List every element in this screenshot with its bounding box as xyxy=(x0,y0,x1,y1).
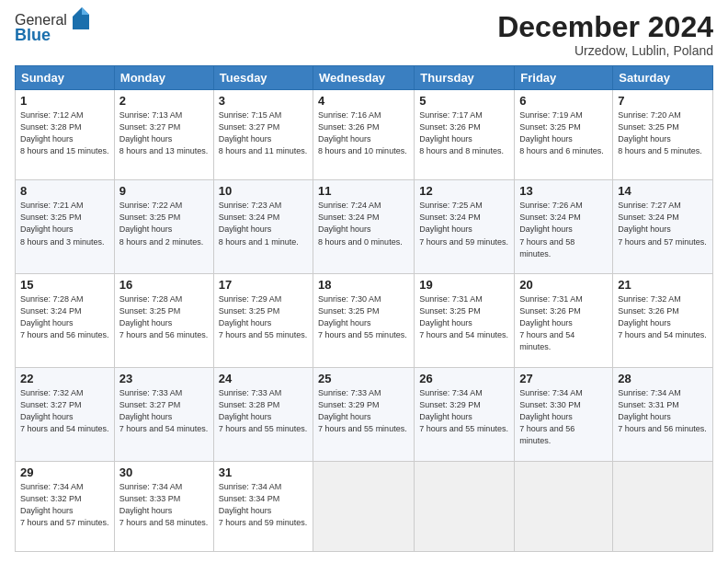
day-info: Sunrise: 7:28 AMSunset: 3:25 PMDaylight … xyxy=(119,293,209,341)
day-info: Sunrise: 7:31 AMSunset: 3:26 PMDaylight … xyxy=(519,293,608,353)
week-row-4: 22Sunrise: 7:32 AMSunset: 3:27 PMDayligh… xyxy=(16,367,713,461)
title-block: December 2024 Urzedow, Lublin, Poland xyxy=(497,11,713,58)
day-number: 1 xyxy=(20,94,109,108)
week-row-2: 8Sunrise: 7:21 AMSunset: 3:25 PMDaylight… xyxy=(16,180,713,274)
day-number: 11 xyxy=(318,184,409,198)
day-info: Sunrise: 7:34 AMSunset: 3:34 PMDaylight … xyxy=(219,481,308,529)
day-info: Sunrise: 7:34 AMSunset: 3:33 PMDaylight … xyxy=(119,481,209,529)
day-number: 9 xyxy=(119,184,209,198)
day-cell: 19Sunrise: 7:31 AMSunset: 3:25 PMDayligh… xyxy=(415,274,515,368)
day-cell: 22Sunrise: 7:32 AMSunset: 3:27 PMDayligh… xyxy=(16,367,115,461)
day-info: Sunrise: 7:33 AMSunset: 3:28 PMDaylight … xyxy=(219,387,308,435)
svg-marker-1 xyxy=(82,7,89,15)
day-info: Sunrise: 7:19 AMSunset: 3:25 PMDaylight … xyxy=(519,109,608,157)
day-cell: 14Sunrise: 7:27 AMSunset: 3:24 PMDayligh… xyxy=(613,180,713,274)
day-info: Sunrise: 7:26 AMSunset: 3:24 PMDaylight … xyxy=(519,200,608,259)
day-number: 18 xyxy=(318,278,409,292)
day-info: Sunrise: 7:29 AMSunset: 3:25 PMDaylight … xyxy=(219,293,308,341)
day-cell: 28Sunrise: 7:34 AMSunset: 3:31 PMDayligh… xyxy=(613,367,713,461)
day-cell: 1Sunrise: 7:12 AMSunset: 3:28 PMDaylight… xyxy=(16,90,115,180)
day-number: 25 xyxy=(318,372,409,385)
day-cell: 27Sunrise: 7:34 AMSunset: 3:30 PMDayligh… xyxy=(515,367,613,461)
weekday-header-thursday: Thursday xyxy=(415,66,515,90)
day-info: Sunrise: 7:28 AMSunset: 3:24 PMDaylight … xyxy=(20,293,109,341)
day-number: 24 xyxy=(219,372,308,385)
day-cell xyxy=(313,461,415,551)
day-number: 7 xyxy=(618,94,708,108)
day-cell: 7Sunrise: 7:20 AMSunset: 3:25 PMDaylight… xyxy=(613,90,713,180)
day-cell: 6Sunrise: 7:19 AMSunset: 3:25 PMDaylight… xyxy=(515,90,613,180)
day-info: Sunrise: 7:13 AMSunset: 3:27 PMDaylight … xyxy=(119,109,209,157)
day-cell: 5Sunrise: 7:17 AMSunset: 3:26 PMDaylight… xyxy=(415,90,515,180)
weekday-header-saturday: Saturday xyxy=(613,66,713,90)
day-number: 22 xyxy=(20,372,109,385)
day-cell: 25Sunrise: 7:33 AMSunset: 3:29 PMDayligh… xyxy=(313,367,415,461)
day-number: 14 xyxy=(618,184,708,198)
day-info: Sunrise: 7:32 AMSunset: 3:27 PMDaylight … xyxy=(20,387,109,435)
day-cell xyxy=(515,461,613,551)
header: General Blue December 2024 Urzedow, Lubl… xyxy=(15,11,713,58)
month-title: December 2024 xyxy=(497,11,713,43)
day-info: Sunrise: 7:27 AMSunset: 3:24 PMDaylight … xyxy=(618,200,708,247)
day-number: 19 xyxy=(419,278,509,292)
logo-icon xyxy=(69,6,89,29)
day-info: Sunrise: 7:30 AMSunset: 3:25 PMDaylight … xyxy=(318,293,409,341)
day-cell: 17Sunrise: 7:29 AMSunset: 3:25 PMDayligh… xyxy=(213,274,313,368)
day-number: 4 xyxy=(318,94,409,108)
day-cell: 23Sunrise: 7:33 AMSunset: 3:27 PMDayligh… xyxy=(114,367,213,461)
day-cell: 9Sunrise: 7:22 AMSunset: 3:25 PMDaylight… xyxy=(114,180,213,274)
day-info: Sunrise: 7:31 AMSunset: 3:25 PMDaylight … xyxy=(419,293,509,341)
day-cell: 20Sunrise: 7:31 AMSunset: 3:26 PMDayligh… xyxy=(515,274,613,368)
day-cell: 3Sunrise: 7:15 AMSunset: 3:27 PMDaylight… xyxy=(213,90,313,180)
day-number: 15 xyxy=(20,278,109,292)
day-cell: 16Sunrise: 7:28 AMSunset: 3:25 PMDayligh… xyxy=(114,274,213,368)
day-info: Sunrise: 7:33 AMSunset: 3:27 PMDaylight … xyxy=(119,387,209,435)
day-number: 13 xyxy=(519,184,608,198)
day-cell: 8Sunrise: 7:21 AMSunset: 3:25 PMDaylight… xyxy=(16,180,115,274)
day-cell: 11Sunrise: 7:24 AMSunset: 3:24 PMDayligh… xyxy=(313,180,415,274)
week-row-1: 1Sunrise: 7:12 AMSunset: 3:28 PMDaylight… xyxy=(16,90,713,180)
weekday-header-wednesday: Wednesday xyxy=(313,66,415,90)
day-cell: 21Sunrise: 7:32 AMSunset: 3:26 PMDayligh… xyxy=(613,274,713,368)
day-cell: 4Sunrise: 7:16 AMSunset: 3:26 PMDaylight… xyxy=(313,90,415,180)
day-info: Sunrise: 7:16 AMSunset: 3:26 PMDaylight … xyxy=(318,109,409,157)
day-number: 12 xyxy=(419,184,509,198)
day-number: 31 xyxy=(219,465,308,479)
day-number: 8 xyxy=(20,184,109,198)
day-number: 17 xyxy=(219,278,308,292)
day-info: Sunrise: 7:34 AMSunset: 3:30 PMDaylight … xyxy=(519,387,608,447)
day-number: 30 xyxy=(119,465,209,479)
day-number: 27 xyxy=(519,372,608,385)
day-number: 3 xyxy=(219,94,308,108)
day-number: 6 xyxy=(519,94,608,108)
day-info: Sunrise: 7:25 AMSunset: 3:24 PMDaylight … xyxy=(419,200,509,247)
day-info: Sunrise: 7:33 AMSunset: 3:29 PMDaylight … xyxy=(318,387,409,435)
day-cell: 26Sunrise: 7:34 AMSunset: 3:29 PMDayligh… xyxy=(415,367,515,461)
day-info: Sunrise: 7:21 AMSunset: 3:25 PMDaylight … xyxy=(20,200,109,247)
week-row-3: 15Sunrise: 7:28 AMSunset: 3:24 PMDayligh… xyxy=(16,274,713,368)
day-cell: 29Sunrise: 7:34 AMSunset: 3:32 PMDayligh… xyxy=(16,461,115,551)
day-number: 28 xyxy=(618,372,708,385)
day-cell: 15Sunrise: 7:28 AMSunset: 3:24 PMDayligh… xyxy=(16,274,115,368)
day-cell: 13Sunrise: 7:26 AMSunset: 3:24 PMDayligh… xyxy=(515,180,613,274)
location: Urzedow, Lublin, Poland xyxy=(497,43,713,58)
day-number: 10 xyxy=(219,184,308,198)
day-info: Sunrise: 7:22 AMSunset: 3:25 PMDaylight … xyxy=(119,200,209,247)
weekday-header-sunday: Sunday xyxy=(16,66,115,90)
day-cell xyxy=(415,461,515,551)
page: General Blue December 2024 Urzedow, Lubl… xyxy=(0,0,728,563)
weekday-header-friday: Friday xyxy=(515,66,613,90)
weekday-header-monday: Monday xyxy=(114,66,213,90)
day-cell: 2Sunrise: 7:13 AMSunset: 3:27 PMDaylight… xyxy=(114,90,213,180)
day-cell: 31Sunrise: 7:34 AMSunset: 3:34 PMDayligh… xyxy=(213,461,313,551)
day-info: Sunrise: 7:34 AMSunset: 3:32 PMDaylight … xyxy=(20,481,109,529)
day-info: Sunrise: 7:15 AMSunset: 3:27 PMDaylight … xyxy=(219,109,308,157)
day-cell: 18Sunrise: 7:30 AMSunset: 3:25 PMDayligh… xyxy=(313,274,415,368)
day-number: 16 xyxy=(119,278,209,292)
logo: General Blue xyxy=(15,11,89,45)
weekday-header-tuesday: Tuesday xyxy=(213,66,313,90)
day-number: 20 xyxy=(519,278,608,292)
day-info: Sunrise: 7:17 AMSunset: 3:26 PMDaylight … xyxy=(419,109,509,157)
day-info: Sunrise: 7:34 AMSunset: 3:29 PMDaylight … xyxy=(419,387,509,435)
day-info: Sunrise: 7:34 AMSunset: 3:31 PMDaylight … xyxy=(618,387,708,435)
